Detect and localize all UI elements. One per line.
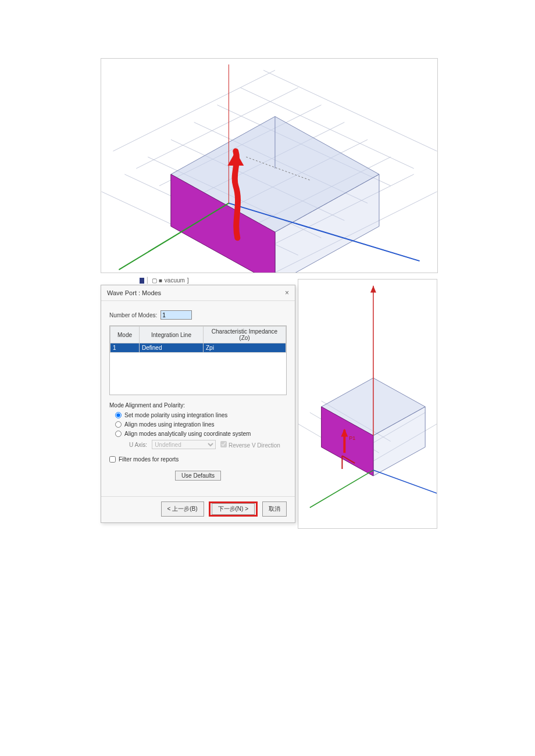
radio-align-int-label: Align modes using integration lines xyxy=(124,421,215,428)
reverse-v-check: Reverse V Direction xyxy=(220,441,280,449)
cancel-button[interactable]: 取消 xyxy=(262,501,287,517)
reverse-v-input xyxy=(220,441,227,447)
close-icon[interactable]: × xyxy=(285,289,289,297)
legend-eye-icon: ▢ ■ xyxy=(152,277,162,284)
filter-modes-check[interactable]: Filter modes for reports xyxy=(109,456,287,463)
legend-bar: ⎜ ▢ ■ vacuum ] xyxy=(140,277,189,284)
legend-bracket: ] xyxy=(187,277,189,284)
radio-align-int-input[interactable] xyxy=(115,421,122,428)
table-row[interactable]: 1 Defined Zpi xyxy=(110,343,286,353)
legend-material: vacuum xyxy=(165,277,185,284)
filter-modes-label: Filter modes for reports xyxy=(119,456,179,463)
viewport-right[interactable]: P1 xyxy=(298,279,437,529)
svg-line-37 xyxy=(310,470,373,507)
next-button[interactable]: 下一步(N) > xyxy=(212,503,255,515)
uaxis-label: U Axis: xyxy=(129,442,147,448)
radio-align-coord-label: Align modes analytically using coordinat… xyxy=(124,431,251,437)
cell-intline: Defined xyxy=(140,343,204,353)
use-defaults-button[interactable]: Use Defaults xyxy=(175,471,221,481)
num-modes-input[interactable] xyxy=(160,310,192,320)
svg-line-38 xyxy=(373,470,437,493)
filter-modes-input[interactable] xyxy=(109,456,116,463)
scene-top xyxy=(101,59,437,273)
num-modes-label: Number of Modes: xyxy=(109,312,157,318)
align-label: Mode Alignment and Polarity: xyxy=(109,402,287,409)
radio-align-coord[interactable]: Align modes analytically using coordinat… xyxy=(115,431,287,437)
modes-table[interactable]: Mode Integration Line Characteristic Imp… xyxy=(109,325,287,395)
cell-zo: Zpi xyxy=(204,343,286,353)
radio-set-polarity-label: Set mode polarity using integration line… xyxy=(124,412,227,418)
col-intline: Integration Line xyxy=(140,327,204,343)
uaxis-select: Undefined xyxy=(152,440,216,449)
radio-set-polarity[interactable]: Set mode polarity using integration line… xyxy=(115,412,287,418)
col-mode: Mode xyxy=(110,327,140,343)
back-button[interactable]: < 上一步(B) xyxy=(161,501,204,517)
dialog-title: Wave Port : Modes xyxy=(107,289,161,296)
viewport-top[interactable] xyxy=(101,58,438,273)
port-label: P1 xyxy=(349,435,355,441)
legend-sep: ⎜ xyxy=(147,277,149,284)
col-zo: Characteristic Impedance (Zo) xyxy=(204,327,286,343)
radio-align-int[interactable]: Align modes using integration lines xyxy=(115,421,287,428)
radio-set-polarity-input[interactable] xyxy=(115,412,122,418)
wave-port-modes-dialog: Wave Port : Modes × Number of Modes: Mod… xyxy=(101,285,295,523)
cell-mode: 1 xyxy=(110,343,140,353)
scene-right: P1 xyxy=(298,280,437,528)
next-button-highlight: 下一步(N) > xyxy=(209,501,258,517)
svg-marker-36 xyxy=(370,286,376,293)
legend-swatch xyxy=(140,278,144,284)
radio-align-coord-input[interactable] xyxy=(115,431,122,437)
reverse-v-label: Reverse V Direction xyxy=(229,442,280,449)
